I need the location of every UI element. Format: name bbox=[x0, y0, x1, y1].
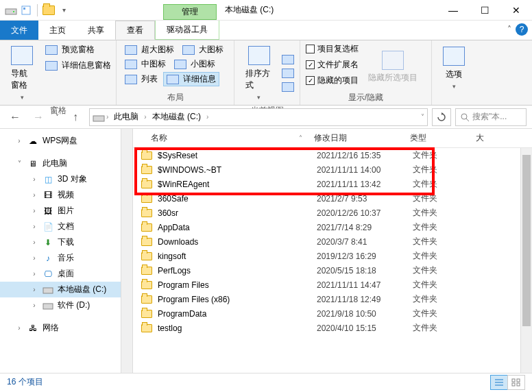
sidebar-item-downloads[interactable]: ›⬇下载 bbox=[0, 234, 132, 250]
sidebar-item-wps[interactable]: ›☁WPS网盘 bbox=[0, 133, 132, 149]
file-name: 360Safe bbox=[158, 194, 317, 204]
table-row[interactable]: ProgramData2021/9/18 10:50文件夹 bbox=[133, 306, 532, 321]
preview-pane-button[interactable]: 预览窗格 bbox=[43, 43, 114, 56]
file-type: 文件夹 bbox=[413, 207, 479, 219]
table-row[interactable]: $SysReset2021/12/16 15:35文件夹 bbox=[133, 148, 532, 162]
chevron-right-icon[interactable]: › bbox=[106, 113, 108, 121]
nav-pane-button[interactable]: 导航窗格 ▾ bbox=[5, 43, 38, 103]
icons-view-button[interactable] bbox=[507, 375, 525, 390]
forward-button[interactable]: → bbox=[29, 108, 48, 126]
sidebar-item-documents[interactable]: ›📄文档 bbox=[0, 219, 132, 234]
tab-view[interactable]: 查看 bbox=[115, 21, 155, 40]
hidden-items-toggle[interactable]: ✓隐藏的项目 bbox=[306, 75, 359, 86]
file-list-scrollbar[interactable] bbox=[520, 148, 532, 373]
ribbon-group-current-view: 排序方式 ▾ 当前视图 bbox=[234, 40, 300, 105]
list-button[interactable]: 列表 bbox=[122, 72, 160, 86]
tab-home[interactable]: 主页 bbox=[38, 21, 77, 40]
item-checkboxes-toggle[interactable]: 项目复选框 bbox=[306, 43, 359, 55]
table-row[interactable]: Program Files (x86)2021/11/18 12:49文件夹 bbox=[133, 292, 532, 306]
table-row[interactable]: $WinREAgent2021/11/11 13:42文件夹 bbox=[133, 177, 532, 191]
chevron-right-icon[interactable]: › bbox=[144, 113, 146, 121]
refresh-button[interactable] bbox=[432, 108, 451, 126]
table-row[interactable]: kingsoft2019/12/3 16:29文件夹 bbox=[133, 249, 532, 263]
sidebar-item-music[interactable]: ›♪音乐 bbox=[0, 250, 132, 266]
small-icons-button[interactable]: 小图标 bbox=[171, 58, 218, 71]
ribbon-group-panes: 导航窗格 ▾ 预览窗格 详细信息窗格 窗格 bbox=[0, 40, 117, 105]
hide-selected-button[interactable]: 隐藏所选项目 bbox=[363, 43, 423, 90]
scrollbar-thumb[interactable] bbox=[522, 155, 531, 326]
table-row[interactable]: PerfLogs2020/5/15 18:18文件夹 bbox=[133, 263, 532, 278]
large-icons-button[interactable]: 大图标 bbox=[180, 43, 226, 56]
sidebar-item-drive-d[interactable]: ›软件 (D:) bbox=[0, 297, 132, 313]
table-row[interactable]: $WINDOWS.~BT2021/11/11 14:00文件夹 bbox=[133, 162, 532, 177]
details-view-button[interactable] bbox=[490, 375, 508, 390]
maximize-button[interactable]: ☐ bbox=[469, 0, 500, 21]
column-name[interactable]: 名称˄ bbox=[133, 132, 309, 144]
add-columns-icon[interactable] bbox=[282, 69, 294, 78]
table-row[interactable]: testlog2020/4/10 15:15文件夹 bbox=[133, 321, 532, 335]
crumb-this-pc[interactable]: 此电脑 bbox=[110, 110, 143, 124]
sidebar-scrollbar[interactable] bbox=[121, 129, 132, 373]
medium-icons-button[interactable]: 中图标 bbox=[122, 58, 169, 71]
help-icon[interactable]: ? bbox=[516, 23, 528, 36]
column-type[interactable]: 类型 bbox=[404, 132, 470, 144]
sidebar-item-desktop[interactable]: ›🖵桌面 bbox=[0, 266, 132, 282]
close-button[interactable]: ✕ bbox=[500, 0, 532, 21]
music-icon: ♪ bbox=[43, 253, 53, 264]
file-date: 2020/12/26 10:37 bbox=[317, 208, 413, 218]
table-row[interactable]: 360sr2020/12/26 10:37文件夹 bbox=[133, 206, 532, 220]
table-row[interactable]: Program Files2021/11/11 14:47文件夹 bbox=[133, 278, 532, 292]
table-row[interactable]: AppData2021/7/14 8:29文件夹 bbox=[133, 220, 532, 234]
sort-by-button[interactable]: 排序方式 ▾ bbox=[240, 43, 278, 103]
svg-rect-0 bbox=[5, 9, 16, 14]
extra-large-icons-button[interactable]: 超大图标 bbox=[122, 43, 177, 56]
collapse-ribbon-icon[interactable]: ˄ bbox=[507, 25, 511, 34]
tab-file[interactable]: 文件 bbox=[0, 21, 38, 40]
search-input[interactable]: 搜索"本... bbox=[455, 108, 527, 126]
details-button[interactable]: 详细信息 bbox=[163, 72, 219, 86]
address-dropdown-icon[interactable]: ˅ bbox=[421, 113, 424, 121]
column-date[interactable]: 修改日期 bbox=[309, 132, 404, 144]
file-type: 文件夹 bbox=[413, 265, 479, 276]
chevron-right-icon[interactable]: › bbox=[15, 137, 23, 145]
table-row[interactable]: 360Safe2021/2/7 9:53文件夹 bbox=[133, 191, 532, 206]
svg-rect-12 bbox=[512, 379, 515, 382]
options-button[interactable]: 选项 ▾ bbox=[437, 43, 470, 93]
ribbon-group-options: 选项 ▾ bbox=[432, 40, 480, 105]
file-name: $SysReset bbox=[158, 151, 317, 160]
drive-icon bbox=[4, 3, 18, 17]
tab-drive-tools[interactable]: 驱动器工具 bbox=[155, 21, 219, 40]
folder-icon bbox=[141, 238, 152, 246]
size-columns-icon[interactable] bbox=[282, 82, 294, 92]
download-icon: ⬇ bbox=[43, 237, 53, 248]
sidebar-item-3d-objects[interactable]: ›◫3D 对象 bbox=[0, 171, 132, 187]
group-by-icon[interactable] bbox=[282, 55, 294, 64]
up-button[interactable]: ↑ bbox=[66, 108, 85, 126]
ribbon-group-show-hide: 项目复选框 ✓文件扩展名 ✓隐藏的项目 隐藏所选项目 显示/隐藏 bbox=[300, 40, 432, 105]
sidebar-item-this-pc[interactable]: ˅🖥此电脑 bbox=[0, 156, 132, 171]
file-name: kingsoft bbox=[158, 252, 317, 261]
column-size[interactable]: 大 bbox=[470, 132, 532, 144]
file-ext-toggle[interactable]: ✓文件扩展名 bbox=[306, 59, 359, 71]
table-row[interactable]: Downloads2020/3/7 8:41文件夹 bbox=[133, 234, 532, 249]
breadcrumb[interactable]: › 此电脑 › 本地磁盘 (C:) › ˅ bbox=[89, 108, 428, 126]
sidebar-item-videos[interactable]: ›🎞视频 bbox=[0, 187, 132, 203]
sort-asc-icon: ˄ bbox=[299, 134, 302, 142]
recent-dropdown[interactable]: ˅ bbox=[52, 108, 62, 126]
qat-dropdown-icon[interactable]: ▾ bbox=[57, 3, 71, 17]
properties-icon[interactable] bbox=[19, 3, 33, 17]
file-date: 2021/11/11 14:00 bbox=[317, 165, 413, 175]
details-pane-button[interactable]: 详细信息窗格 bbox=[43, 59, 114, 72]
chevron-down-icon[interactable]: ˅ bbox=[15, 160, 23, 167]
chevron-right-icon[interactable]: › bbox=[206, 113, 208, 121]
sidebar-item-pictures[interactable]: ›🖼图片 bbox=[0, 203, 132, 219]
crumb-drive[interactable]: 本地磁盘 (C:) bbox=[148, 110, 205, 124]
sidebar-item-network[interactable]: ›🖧网络 bbox=[0, 320, 132, 336]
back-button[interactable]: ← bbox=[5, 108, 25, 126]
svg-rect-1 bbox=[13, 11, 14, 12]
context-label: 管理 bbox=[163, 4, 217, 20]
folder-icon bbox=[141, 195, 152, 203]
tab-share[interactable]: 共享 bbox=[77, 21, 115, 40]
sidebar-item-drive-c[interactable]: ›本地磁盘 (C:) bbox=[0, 282, 132, 297]
minimize-button[interactable]: — bbox=[437, 0, 469, 21]
